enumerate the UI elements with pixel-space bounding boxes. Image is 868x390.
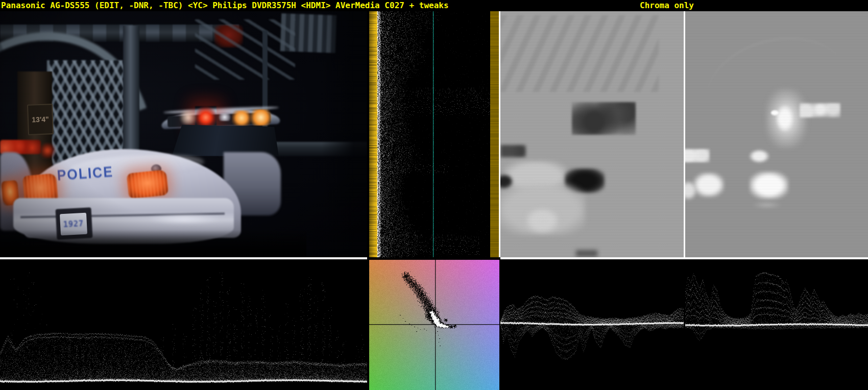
separator-vertical-2 — [684, 11, 685, 257]
clearance-sign: 13'4" — [27, 104, 54, 135]
police-car-rear-window — [167, 124, 279, 156]
cb-waveform-panel — [500, 259, 684, 390]
luma-waveform-panel — [0, 259, 367, 390]
cb-lower-light-region — [500, 184, 585, 235]
cb-bottom-smudge — [576, 250, 597, 257]
cr-left-edge-blob — [685, 181, 696, 200]
title-bar: Panasonic AG-DS555 (EDIT, -DNR, -TBC) <Y… — [0, 0, 868, 11]
cr-left-pair — [685, 149, 710, 162]
vectorscope-canvas — [369, 260, 499, 390]
cr-spark — [771, 110, 779, 115]
lightbar-amber-light-2 — [250, 109, 272, 126]
lightbar-amber-light — [232, 110, 251, 126]
cr-amber-dashes — [800, 103, 840, 117]
luma-waveform-canvas — [0, 259, 367, 390]
vectorscope-panel — [367, 257, 500, 390]
chroma-only-label: Chroma only — [640, 1, 694, 10]
girder-shadow-texture — [500, 15, 659, 92]
cb-taillight-dark-blob — [565, 168, 605, 193]
cr-taillight-blob-right — [750, 172, 788, 199]
cb-bright-patch — [526, 208, 559, 233]
cb-lightbar-dark-blobs — [572, 102, 636, 135]
cb-trunk-light-region — [504, 161, 567, 191]
cb-left-dark-blob — [500, 175, 513, 189]
source-video-frame: 13'4" POLICE 1927 — [0, 11, 367, 257]
license-plate-text: 1927 — [63, 219, 84, 229]
cr-waveform-canvas — [685, 259, 868, 390]
chroma-cb-plane-panel — [500, 11, 684, 257]
cr-under-streak — [752, 201, 782, 209]
under-car-shadow — [0, 230, 306, 257]
capture-chain-title: Panasonic AG-DS555 (EDIT, -DNR, -TBC) <Y… — [1, 1, 449, 10]
cr-glow-core — [776, 105, 793, 132]
right-shadow-fade — [322, 11, 367, 257]
separator-horizontal-left — [0, 257, 367, 259]
cr-blob-a — [749, 149, 770, 163]
line-scope-panel — [367, 11, 499, 257]
separator-horizontal-right — [500, 257, 868, 259]
line-scope-canvas — [367, 11, 499, 257]
distant-red-light — [39, 143, 56, 158]
cr-faint-arc — [696, 23, 858, 154]
scope-composite-app: Panasonic AG-DS555 (EDIT, -DNR, -TBC) <Y… — [0, 0, 868, 390]
lightbar-white-light — [218, 113, 232, 121]
cb-dark-pair — [500, 145, 526, 157]
bumper-highlight — [146, 213, 223, 225]
tail-light-right — [127, 169, 169, 199]
cr-taillight-blob-left — [693, 173, 724, 197]
separator-vertical-1 — [499, 11, 500, 257]
diagonal-braces — [195, 19, 295, 80]
chroma-cr-plane-panel — [685, 11, 868, 257]
cr-waveform-panel — [685, 259, 868, 390]
clearance-sign-text: 13'4" — [32, 115, 49, 124]
cb-waveform-canvas — [500, 259, 684, 390]
cr-red-light-glow — [766, 89, 807, 148]
